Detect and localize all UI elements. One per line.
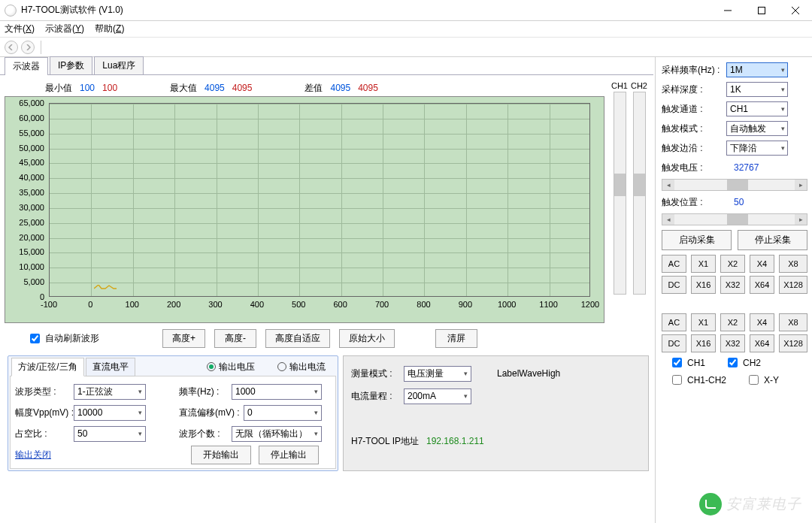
ch2-gain-x64[interactable]: X64 [750, 334, 774, 352]
menu-scope[interactable]: 示波器(Y) [45, 23, 84, 35]
ch1-gain-x64[interactable]: X64 [750, 276, 774, 294]
check-xy[interactable]: X-Y [746, 373, 779, 387]
window-minimize-button[interactable] [710, 0, 744, 21]
current-range-select[interactable]: 200mA▾ [404, 388, 471, 404]
height-plus-button[interactable]: 高度+ [162, 329, 205, 348]
wave-duty-select[interactable]: 50▾ [74, 426, 146, 442]
ch2-gain-x32[interactable]: X32 [720, 334, 745, 352]
ch1-gain-x16[interactable]: X16 [691, 276, 716, 294]
ch1-gain-x2[interactable]: X2 [720, 255, 745, 273]
acquisition-panel: 采样频率(Hz) : 1M▾ 采样深度 : 1K▾ 触发通道 : CH1▾ 触发… [656, 57, 812, 523]
waveform-panel: 方波/正弦/三角 直流电平 输出电压 输出电流 波形类型 : 1-正弦波▾ 幅度… [8, 355, 338, 471]
measure-mode-select[interactable]: 电压测量▾ [404, 366, 471, 382]
ch2-offset-scrollbar[interactable] [633, 92, 646, 295]
height-minus-button[interactable]: 高度- [214, 329, 256, 348]
sample-depth-select[interactable]: 1K▾ [726, 82, 788, 97]
tab-ip[interactable]: IP参数 [50, 56, 92, 74]
ch2-gain-dc[interactable]: DC [662, 334, 686, 352]
ch2-gain-x1[interactable]: X1 [691, 313, 716, 331]
label-wave-high: LabelWaveHigh [497, 368, 560, 379]
menu-help[interactable]: 帮助(Z) [95, 23, 124, 35]
ch1-gain-x1[interactable]: X1 [691, 255, 716, 273]
wave-tab-shapes[interactable]: 方波/正弦/三角 [11, 358, 84, 376]
check-ch1[interactable]: CH1 [669, 355, 705, 370]
measure-panel: 测量模式 : 电压测量▾ LabelWaveHigh 电流量程 : 200mA▾… [343, 355, 649, 471]
height-auto-button[interactable]: 高度自适应 [265, 329, 330, 348]
trigger-position-value: 50 [726, 197, 744, 207]
auto-refresh-checkbox[interactable]: 自动刷新波形 [27, 331, 99, 346]
ch2-gain-x4[interactable]: X4 [750, 313, 774, 331]
ch2-gain-x8[interactable]: X8 [779, 313, 807, 331]
wave-type-select[interactable]: 1-正弦波▾ [74, 384, 146, 400]
trigger-edge-select[interactable]: 下降沿▾ [726, 141, 788, 156]
ch1-gain-x128[interactable]: X128 [779, 276, 807, 294]
check-ch1-ch2[interactable]: CH1-CH2 [669, 373, 726, 387]
app-icon [5, 5, 17, 17]
wave-tab-dc[interactable]: 直流电平 [86, 358, 135, 376]
sample-rate-select[interactable]: 1M▾ [726, 62, 788, 77]
stop-output-button[interactable]: 停止输出 [259, 446, 319, 464]
start-acq-button[interactable]: 启动采集 [662, 230, 732, 250]
wave-vpp-select[interactable]: 10000▾ [74, 405, 146, 421]
trigger-channel-select[interactable]: CH1▾ [726, 101, 788, 116]
titlebar: H7-TOOL测试软件 (V1.0) [0, 0, 812, 21]
output-off-link[interactable]: 输出关闭 [15, 449, 51, 461]
ch2-gain-x16[interactable]: X16 [691, 334, 716, 352]
trigger-voltage-value: 32767 [726, 162, 759, 173]
window-close-button[interactable] [778, 0, 812, 21]
tab-lua[interactable]: Lua程序 [94, 56, 144, 74]
ch1-gain-dc[interactable]: DC [662, 276, 686, 294]
toolbar-back-button[interactable] [5, 41, 18, 54]
ip-value: 192.168.1.211 [426, 436, 484, 446]
wave-freq-select[interactable]: 1000▾ [232, 384, 322, 400]
menu-file[interactable]: 文件(X) [5, 23, 35, 35]
ch1-gain-x32[interactable]: X32 [720, 276, 745, 294]
radio-output-current[interactable]: 输出电流 [277, 361, 326, 373]
ch2-gain-ac[interactable]: AC [662, 313, 686, 331]
wave-count-select[interactable]: 无限（循环输出）▾ [232, 426, 322, 442]
ch1-gain-x8[interactable]: X8 [779, 255, 807, 273]
svg-rect-1 [758, 7, 765, 14]
window-title: H7-TOOL测试软件 (V1.0) [21, 4, 123, 17]
ch1-gain-x4[interactable]: X4 [750, 255, 774, 273]
main-tabs: 示波器 IP参数 Lua程序 [0, 59, 653, 75]
check-ch2[interactable]: CH2 [725, 355, 761, 370]
wave-dc-select[interactable]: 0▾ [244, 405, 322, 421]
chart-stats-header: 最小值 100 100 最大值 4095 4095 差值 4095 4095 [5, 80, 610, 96]
window-maximize-button[interactable] [744, 0, 778, 21]
menu-bar: 文件(X) 示波器(Y) 帮助(Z) [0, 21, 812, 38]
toolbar [0, 38, 812, 57]
orig-size-button[interactable]: 原始大小 [339, 329, 395, 348]
tab-scope[interactable]: 示波器 [5, 57, 48, 75]
ip-label: H7-TOOL IP地址 [351, 435, 426, 448]
scope-plot[interactable]: 05,00010,00015,00020,00025,00030,00035,0… [5, 96, 604, 323]
trigger-position-scrollbar[interactable]: ◂▸ [662, 213, 807, 225]
ch1-column: CH1 [610, 80, 629, 323]
ch2-gain-x128[interactable]: X128 [779, 334, 807, 352]
radio-output-voltage[interactable]: 输出电压 [207, 361, 255, 373]
clear-button[interactable]: 清屏 [435, 329, 477, 348]
ch1-offset-scrollbar[interactable] [614, 92, 626, 295]
trigger-mode-select[interactable]: 自动触发▾ [726, 121, 788, 136]
ch1-gain-ac[interactable]: AC [662, 255, 686, 273]
start-output-button[interactable]: 开始输出 [191, 446, 251, 464]
trigger-voltage-scrollbar[interactable]: ◂▸ [662, 179, 807, 191]
ch2-column: CH2 [629, 80, 649, 323]
stop-acq-button[interactable]: 停止采集 [738, 230, 807, 250]
toolbar-forward-button[interactable] [21, 41, 35, 54]
ch2-gain-x2[interactable]: X2 [720, 313, 745, 331]
